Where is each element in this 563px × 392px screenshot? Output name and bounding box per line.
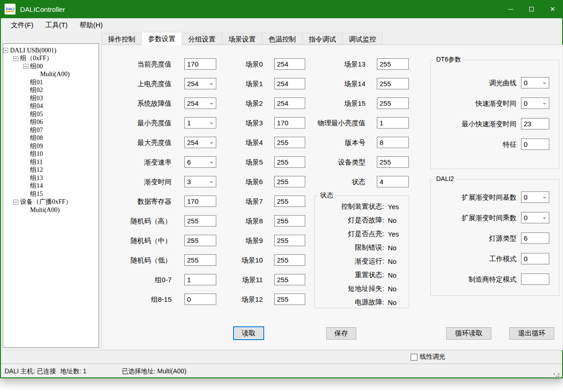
tab[interactable]: 参数设置 [141, 32, 182, 45]
scene-label: 场景8 [197, 215, 263, 227]
tree-item-label: Multi(A00) [40, 71, 70, 78]
app-icon: DALI [5, 4, 16, 15]
chevron-down-icon: ⌄ [542, 99, 547, 106]
maximize-button[interactable] [521, 0, 542, 18]
status-row: 重置状态: No [315, 268, 409, 282]
save-button[interactable]: 保存 [326, 327, 356, 340]
tab[interactable]: 操作控制 [101, 33, 142, 45]
param-field[interactable]: 0⌄ [521, 77, 549, 88]
tree-item[interactable]: 组11 [23, 158, 99, 166]
chevron-down-icon: ⌄ [542, 193, 547, 200]
param-field[interactable]: 4⌄ [377, 176, 409, 187]
tree-item[interactable]: 组（0xFF） [13, 55, 99, 63]
tree-item[interactable]: 组07 [23, 126, 99, 134]
param-field[interactable]: 1⌄ [377, 117, 409, 129]
tree-item[interactable]: 组02 [23, 87, 99, 95]
read-button[interactable]: 读取 [233, 326, 264, 340]
param-field[interactable]: 0⌄ [521, 191, 549, 203]
param-field[interactable]: 8⌄ [377, 137, 409, 148]
dali2-rows: 扩展渐变时间基数 0⌄ 扩展渐变时间乘数 0⌄ 灯源类型 6⌄ 工作模 [431, 191, 559, 294]
status-label: 限制错误: [315, 243, 384, 252]
param-field[interactable]: 0⌄ [521, 139, 549, 150]
minimize-button[interactable] [500, 0, 521, 18]
scene-field[interactable]: 255⌄ [274, 215, 305, 227]
tab[interactable]: 分组设置 [182, 33, 222, 45]
window-title: DALIController [20, 5, 65, 13]
tree-collapse-icon[interactable] [13, 56, 18, 61]
resize-grip[interactable] [553, 373, 555, 375]
tree-item[interactable]: 组14 [23, 182, 99, 191]
tab[interactable]: 场景设置 [222, 33, 262, 45]
menu-item[interactable]: 工具(T) [41, 19, 72, 31]
close-button[interactable]: ✕ [542, 0, 563, 18]
scene-field[interactable]: 255⌄ [274, 294, 305, 305]
status-value: No [388, 258, 396, 265]
dt6-group: DT6参数 调光曲线 0⌄ 快速渐变时间 0⌄ 最小快速渐变时间 [430, 60, 559, 169]
param-field[interactable]: 255⌄ [377, 98, 409, 109]
tree-collapse-icon[interactable] [13, 200, 18, 205]
tree-item[interactable]: 组03 [23, 94, 99, 103]
tab[interactable]: 调试监控 [342, 33, 383, 45]
tree-item[interactable]: 组05 [23, 110, 99, 119]
scene-label: 场景5 [197, 156, 263, 168]
tree-collapse-icon[interactable] [23, 64, 28, 69]
loop-read-button[interactable]: 循环读取 [446, 327, 491, 340]
tree-item[interactable]: DALI USB(0001) [3, 46, 99, 55]
tree-item-label: 组01 [30, 78, 43, 87]
scene-field[interactable]: 255⌄ [274, 235, 305, 246]
param-label: 工作模式 [431, 253, 516, 264]
tree-collapse-icon[interactable] [3, 48, 8, 53]
device-tree: DALI USB(0001) 组（0xFF） 组00 Multi(A00) 组0… [3, 43, 99, 348]
status-value: No [388, 285, 396, 293]
menu-item[interactable]: 帮助(H) [75, 19, 107, 31]
status-row: 控制装置状态: Yes [315, 200, 409, 213]
tree-item[interactable]: 组09 [23, 142, 99, 150]
param-field[interactable]: 23⌄ [521, 118, 549, 129]
param-field[interactable]: 255⌄ [377, 58, 409, 70]
scene-label: 场景7 [197, 196, 263, 207]
linear-dimming-checkbox[interactable]: 线性调光 [411, 353, 445, 361]
param-label: 随机码（低） [111, 254, 172, 266]
tree-item[interactable]: 组12 [23, 166, 99, 175]
tree-item[interactable]: 组15 [23, 190, 99, 198]
scene-field[interactable]: 255⌄ [274, 274, 305, 285]
scene-field[interactable]: 255⌄ [274, 254, 305, 266]
param-field[interactable]: 0⌄ [521, 98, 549, 109]
tree-item[interactable]: 组13 [23, 174, 99, 182]
tab[interactable]: 色温控制 [262, 33, 302, 45]
param-label: 扩展渐变时间乘数 [431, 212, 516, 223]
checkbox-label: 线性调光 [420, 353, 445, 361]
tree-item-label: 组04 [30, 102, 43, 110]
tab[interactable]: 指令调试 [302, 33, 343, 45]
tree-item[interactable]: 组04 [23, 103, 99, 111]
param-field[interactable]: 0⌄ [521, 212, 549, 223]
param-label: 组0-7 [111, 274, 172, 285]
exit-loop-button[interactable]: 退出循环 [509, 327, 554, 340]
scene-label: 场景9 [197, 235, 263, 246]
status-value: No [388, 244, 396, 252]
tree-item-label: 组02 [30, 86, 43, 94]
tree-item[interactable]: 组01 [23, 78, 99, 87]
checkbox-box-icon[interactable] [411, 354, 417, 361]
param-field[interactable]: 255⌄ [377, 78, 409, 89]
param-label: 数据寄存器 [111, 196, 172, 207]
tree-item[interactable]: Multi(A00) [33, 71, 99, 79]
tree-item[interactable]: Multi(A00) [23, 206, 99, 214]
param-field[interactable]: ⌄ [521, 273, 549, 285]
tree-item[interactable]: 设备（广播0xFF） [13, 198, 99, 206]
tree-item[interactable]: 组08 [23, 134, 99, 143]
param-label: 随机码（中） [111, 235, 172, 246]
param-field[interactable]: 6⌄ [521, 232, 549, 244]
param-field[interactable]: 0⌄ [521, 253, 549, 264]
tree-item[interactable]: 组06 [23, 119, 99, 127]
param-field[interactable]: 255⌄ [377, 156, 409, 168]
scene-field[interactable]: 255⌄ [274, 196, 305, 207]
menu-item[interactable]: 文件(F) [6, 19, 38, 31]
param-label: 场景14 [292, 78, 365, 89]
tree-item[interactable]: 组10 [23, 150, 99, 159]
menubar: 文件(F)工具(T)帮助(H) [1, 18, 562, 32]
tree-item[interactable]: 组00 [23, 62, 99, 71]
chevron-down-icon: ⌄ [542, 78, 547, 85]
tab-strip: 操作控制参数设置分组设置场景设置色温控制指令调试调试监控 [101, 33, 382, 45]
scene-label: 场景11 [197, 274, 263, 285]
